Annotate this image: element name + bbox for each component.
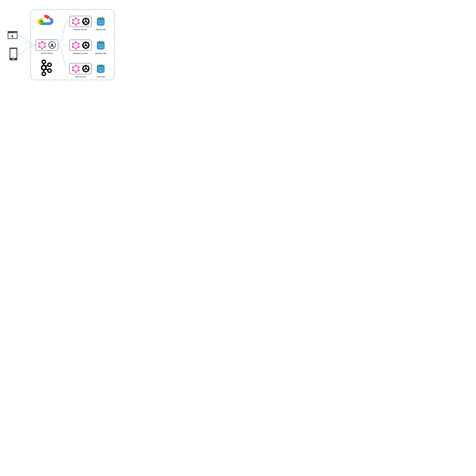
- svg-rect-6: [10, 49, 17, 58]
- svg-point-8: [42, 60, 46, 64]
- svg-point-2: [14, 32, 15, 33]
- mobile-client-icon: [10, 48, 17, 60]
- satellites-db-icon: [97, 41, 104, 50]
- planets-db-icon: [97, 17, 104, 26]
- apollo-server-label: Apollo Server: [41, 52, 53, 54]
- planets-db-label: Planets DB: [96, 29, 105, 31]
- planets-service-node: [69, 16, 91, 27]
- svg-point-11: [48, 63, 51, 67]
- auth-service-node: [69, 63, 91, 74]
- auth-service-label: Auth service: [75, 76, 86, 78]
- svg-rect-1: [8, 32, 17, 33]
- apache-kafka-icon: [42, 60, 51, 75]
- architecture-diagram: [0, 0, 122, 88]
- svg-line-16: [46, 69, 48, 70]
- svg-point-9: [42, 65, 46, 70]
- svg-point-3: [15, 32, 16, 33]
- users-db-icon: [97, 65, 104, 73]
- apollo-server-node: [36, 40, 58, 51]
- google-cloud-icon: [37, 15, 53, 25]
- svg-point-4: [16, 32, 17, 33]
- planets-service-label: Planets service: [74, 29, 87, 31]
- satellites-db-label: Satellites DB: [95, 52, 106, 54]
- satellites-service-label: Satellites service: [73, 52, 88, 54]
- svg-point-10: [42, 72, 46, 75]
- satellites-service-node: [69, 40, 91, 51]
- users-db-label: Users DB: [97, 76, 105, 78]
- browser-client-icon: [8, 32, 17, 39]
- svg-rect-7: [12, 59, 15, 59]
